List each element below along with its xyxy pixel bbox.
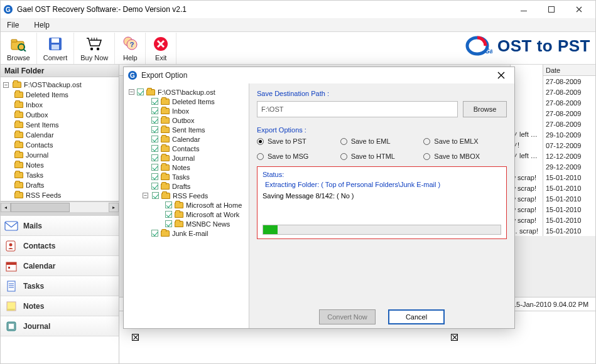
navcat-tasks[interactable]: Tasks — [1, 276, 119, 296]
collapse-icon[interactable]: − — [129, 89, 134, 95]
from-cell[interactable] — [511, 119, 543, 129]
checkbox-icon[interactable] — [151, 230, 158, 237]
from-cell[interactable] — [511, 97, 543, 108]
date-cell[interactable]: 15-01-2010 — [543, 183, 595, 193]
navcat-mails[interactable]: Mails — [1, 216, 119, 236]
date-cell[interactable]: 12-12-2009 — [543, 151, 595, 161]
from-cell[interactable] — [511, 161, 543, 172]
checkbox-icon[interactable] — [151, 126, 158, 133]
dialog-tree-item[interactable]: Deleted Items — [126, 97, 246, 106]
checkbox-icon[interactable] — [151, 183, 158, 190]
from-cell[interactable]: w scrap! — [511, 193, 543, 204]
close-box-icon[interactable] — [451, 334, 458, 341]
date-cell[interactable]: 27-08-2009 — [543, 108, 595, 119]
from-cell[interactable]: … scrap! — [511, 225, 543, 236]
browse-button[interactable]: Browse — [463, 101, 507, 117]
from-cell[interactable]: w scrap! — [511, 183, 543, 193]
toolbar-browse[interactable]: Browse — [1, 33, 37, 64]
date-cell[interactable]: 07-12-2009 — [543, 140, 595, 151]
from-cell[interactable] — [511, 87, 543, 97]
tree-item[interactable]: Inbox — [2, 100, 117, 110]
date-cell[interactable]: 15-01-2010 — [543, 172, 595, 183]
from-cell[interactable]: w scrap! — [511, 204, 543, 215]
tree-item[interactable]: Notes — [2, 160, 117, 170]
from-cell[interactable]: ツ left … — [511, 151, 543, 161]
tree-item[interactable]: RSS Feeds — [2, 190, 117, 200]
from-cell[interactable]: w scrap! — [511, 215, 543, 225]
toolbar-convert[interactable]: Convert — [37, 33, 75, 64]
checkbox-icon[interactable] — [165, 211, 172, 218]
menu-help[interactable]: Help — [31, 19, 52, 31]
date-cell[interactable]: 27-08-2009 — [543, 119, 595, 129]
dialog-tree-item[interactable]: Contacts — [126, 144, 246, 153]
dialog-tree-item[interactable]: Journal — [126, 153, 246, 163]
checkbox-icon[interactable] — [137, 88, 144, 95]
tree-item[interactable]: Deleted Items — [2, 90, 117, 100]
date-cell[interactable]: 15-01-2010 — [543, 193, 595, 204]
checkbox-icon[interactable] — [165, 220, 172, 227]
tree-item[interactable]: Journal — [2, 150, 117, 160]
close-button[interactable] — [565, 1, 593, 18]
navcat-notes[interactable]: Notes — [1, 296, 119, 316]
toolbar-buynow[interactable]: Buy Now — [74, 33, 115, 64]
navcat-journal[interactable]: Journal — [1, 316, 119, 336]
scroll-right-button[interactable]: ▸ — [109, 203, 119, 212]
dialog-close-button[interactable] — [492, 68, 511, 82]
dialog-tree-item[interactable]: Calendar — [126, 134, 246, 144]
tree-root[interactable]: − F:\OST\backup.ost — [2, 80, 117, 90]
radio-save-to-mbox[interactable]: Save to MBOX — [423, 153, 507, 160]
tree-item[interactable]: Sent Items — [2, 120, 117, 130]
from-cell[interactable]: w scrap! — [511, 172, 543, 183]
date-cell[interactable]: 15-01-2010 — [543, 204, 595, 215]
tree-item[interactable]: Outbox — [2, 110, 117, 120]
tree-item[interactable]: Drafts — [2, 180, 117, 190]
folder-tree[interactable]: − F:\OST\backup.ost Deleted ItemsInboxOu… — [1, 77, 119, 201]
tree-item[interactable]: Tasks — [2, 170, 117, 180]
checkbox-icon[interactable] — [151, 136, 158, 142]
checkbox-icon[interactable] — [151, 154, 158, 161]
date-cell[interactable]: 29-10-2009 — [543, 129, 595, 140]
dialog-tree-item[interactable]: −RSS Feeds — [126, 191, 246, 200]
date-cell[interactable]: 27-08-2009 — [543, 97, 595, 108]
navcat-calendar[interactable]: Calendar — [1, 256, 119, 276]
date-cell[interactable]: 29-12-2009 — [543, 161, 595, 172]
toolbar-exit[interactable]: Exit — [146, 33, 176, 64]
checkbox-icon[interactable] — [151, 98, 158, 105]
dialog-tree-item[interactable]: Junk E-mail — [126, 228, 246, 238]
dialog-tree-item[interactable]: Inbox — [126, 106, 246, 115]
date-cell[interactable]: 27-08-2009 — [543, 76, 595, 87]
minimize-button[interactable] — [510, 1, 538, 18]
dialog-tree-item[interactable]: Sent Items — [126, 125, 246, 134]
cancel-button[interactable]: Cancel — [388, 309, 445, 324]
checkbox-icon[interactable] — [151, 107, 158, 114]
radio-save-to-eml[interactable]: Save to EML — [340, 137, 424, 145]
date-cell[interactable]: 15-01-2010 — [543, 215, 595, 225]
radio-save-to-emlx[interactable]: Save to EMLX — [423, 137, 507, 145]
close-box-icon[interactable] — [132, 334, 139, 341]
toolbar-help[interactable]: ? Help — [115, 33, 146, 64]
dialog-tree-item[interactable]: Notes — [126, 163, 246, 172]
dialog-tree-item[interactable]: Microsoft at Home — [126, 200, 246, 210]
radio-save-to-html[interactable]: Save to HTML — [340, 153, 424, 160]
dialog-tree-item[interactable]: Drafts — [126, 181, 246, 191]
checkbox-icon[interactable] — [165, 201, 172, 208]
from-cell[interactable] — [511, 76, 543, 87]
from-cell[interactable]: ツ! — [511, 140, 543, 151]
dialog-tree-item[interactable]: MSNBC News — [126, 219, 246, 228]
checkbox-icon[interactable] — [151, 145, 158, 152]
checkbox-icon[interactable] — [151, 117, 158, 124]
from-cell[interactable] — [511, 108, 543, 119]
scrollbar-track[interactable] — [11, 203, 109, 212]
dialog-folder-tree[interactable]: − F:\OST\backup.ost Deleted ItemsInboxOu… — [124, 83, 249, 328]
radio-save-to-pst[interactable]: Save to PST — [257, 137, 340, 145]
navcat-contacts[interactable]: Contacts — [1, 236, 119, 256]
dialog-tree-item[interactable]: Outbox — [126, 115, 246, 125]
dialog-tree-item[interactable]: Microsoft at Work — [126, 210, 246, 219]
scrollbar-thumb[interactable] — [11, 203, 70, 212]
checkbox-icon[interactable] — [151, 173, 158, 180]
dialog-tree-root[interactable]: − F:\OST\backup.ost — [126, 87, 246, 97]
tree-scrollbar[interactable]: ◂ ▸ — [1, 201, 119, 212]
date-column-header[interactable]: Date — [543, 65, 595, 76]
checkbox-icon[interactable] — [151, 164, 158, 171]
collapse-icon[interactable]: − — [3, 82, 9, 88]
